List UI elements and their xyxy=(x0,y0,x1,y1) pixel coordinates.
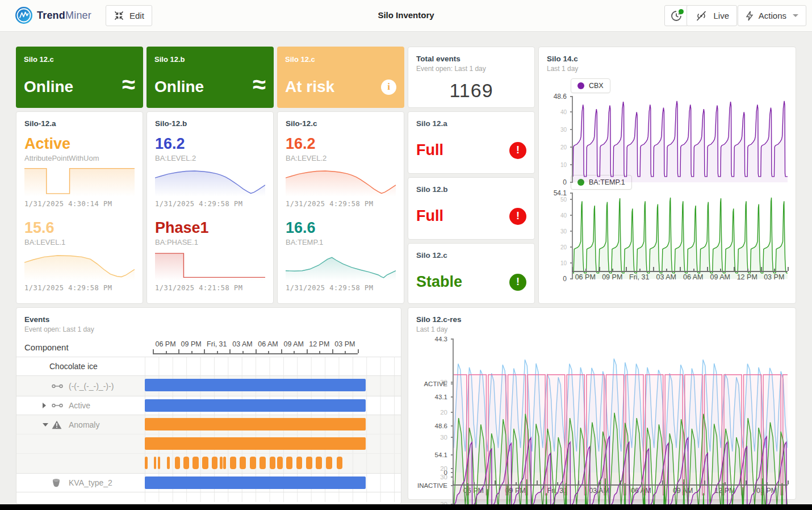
y-axis-tick xyxy=(570,199,573,200)
total-events-tile[interactable]: Total events Event open: Last 1 day 1169 xyxy=(408,47,535,108)
event-bar[interactable] xyxy=(306,457,312,469)
y-axis-label: 10 xyxy=(560,162,567,168)
event-bar[interactable] xyxy=(192,457,199,469)
event-bar[interactable] xyxy=(158,457,161,469)
event-bar[interactable] xyxy=(145,437,366,450)
metric-label: BA:LEVEL.2 xyxy=(286,154,396,162)
y-axis-label: 10 xyxy=(560,260,567,266)
silo12a-metrics-tile[interactable]: Silo-12.aActiveAttributePointWithUom1/31… xyxy=(16,111,143,304)
tile-subtitle: Last 1 day xyxy=(416,325,788,333)
event-row-timeline xyxy=(145,492,401,502)
silo12c-status-tile[interactable]: Silo 12.cStable! xyxy=(408,243,535,304)
event-row[interactable]: (-(-_(-_-)_-)-) xyxy=(16,375,401,396)
collapse-arrow-icon[interactable] xyxy=(43,423,48,427)
event-bar[interactable] xyxy=(316,457,322,469)
alert-icon: ! xyxy=(509,208,526,225)
event-lane xyxy=(145,415,366,434)
event-row[interactable] xyxy=(16,434,401,453)
event-row-timeline xyxy=(145,357,401,375)
status-tile-silo12c-atrisk[interactable]: Silo 12.cAt riski xyxy=(277,47,404,108)
event-row-timeline xyxy=(145,434,401,453)
event-row-label: Active xyxy=(16,396,145,415)
event-bar[interactable] xyxy=(154,457,157,469)
y-axis-tick xyxy=(570,231,573,232)
event-row[interactable]: KVA_type_2 xyxy=(16,473,401,492)
status-value: Full xyxy=(416,207,443,225)
actions-button[interactable]: Actions xyxy=(738,5,806,26)
event-bar[interactable] xyxy=(277,457,283,469)
event-row-timeline xyxy=(145,415,401,434)
events-tile[interactable]: Events Event open: Last 1 day Component … xyxy=(16,307,401,504)
live-button[interactable]: Live xyxy=(687,5,737,26)
event-bar[interactable] xyxy=(337,457,343,469)
event-row-label xyxy=(16,434,145,453)
y-axis-label: 43.1 xyxy=(435,394,447,400)
strip-row: 48.630200 xyxy=(416,426,788,450)
event-bar[interactable] xyxy=(296,457,302,469)
silo12c-metrics-tile[interactable]: Silo-12.c16.2BA:LEVEL.21/31/2025 4:29:58… xyxy=(277,111,404,304)
tile-title: Silo-12.c xyxy=(286,119,396,128)
metric-timestamp: 1/31/2025 4:29:58 PM xyxy=(286,200,396,208)
status-value: At risk xyxy=(285,78,334,96)
event-bar[interactable] xyxy=(270,457,275,469)
event-bar[interactable] xyxy=(212,457,218,469)
link-icon xyxy=(52,383,63,390)
metric-value: 16.2 xyxy=(286,135,396,152)
live-off-icon xyxy=(694,10,708,22)
event-bar[interactable] xyxy=(145,399,366,412)
metric-timestamp: 1/31/2025 4:29:58 PM xyxy=(24,284,135,292)
time-axis-ticks xyxy=(453,480,788,486)
silo12cres-chart-tile[interactable]: Silo 12.c-res Last 1 day 44.330200ACTIVE… xyxy=(408,307,796,500)
time-axis-ticks xyxy=(153,349,358,354)
event-bar[interactable] xyxy=(167,457,170,469)
event-row[interactable] xyxy=(16,453,401,473)
metric-block: 15.6BA:LEVEL.11/31/2025 4:29:58 PM xyxy=(24,219,135,292)
history-button[interactable] xyxy=(664,5,688,26)
edit-button[interactable]: Edit xyxy=(106,5,152,26)
event-bar[interactable] xyxy=(202,457,208,469)
event-bar[interactable] xyxy=(286,457,292,469)
event-row[interactable]: Active xyxy=(16,396,401,415)
event-bar[interactable] xyxy=(223,457,226,469)
y-axis-tick xyxy=(451,396,454,398)
status-tile-silo12c-online[interactable]: Silo 12.cOnline≈ xyxy=(16,47,143,108)
metric-label: BA:LEVEL.1 xyxy=(24,238,135,246)
y-axis-label: 40 xyxy=(560,212,567,219)
event-bar[interactable] xyxy=(259,457,266,469)
time-axis-label: 06 PM xyxy=(153,340,178,348)
event-row[interactable]: Anomaly xyxy=(16,415,401,434)
event-bar[interactable] xyxy=(230,457,236,469)
event-bar[interactable] xyxy=(145,476,366,489)
event-bar[interactable] xyxy=(175,457,181,469)
event-row-timeline xyxy=(145,474,401,492)
silo12b-metrics-tile[interactable]: Silo-12.b16.2BA:LEVEL.21/31/2025 4:29:58… xyxy=(147,111,274,304)
event-bar[interactable] xyxy=(183,457,189,469)
status-tile-row: Online≈ xyxy=(24,78,135,96)
event-bar[interactable] xyxy=(326,457,332,469)
silo14c-charts: CBX48.6403020100BA:TEMP.154.150403020100 xyxy=(547,73,788,266)
chevron-down-icon xyxy=(793,14,798,17)
event-row[interactable]: Chocolate ice xyxy=(16,357,401,375)
silo12a-status-tile[interactable]: Silo 12.aFull! xyxy=(408,111,535,174)
y-axis-tick xyxy=(570,262,573,264)
event-bar[interactable] xyxy=(145,379,366,391)
event-row[interactable] xyxy=(16,492,401,502)
event-row-timeline xyxy=(145,454,401,473)
events-rows: Chocolate ice(-(-_(-_-)_-)-)ActiveAnomal… xyxy=(16,357,401,502)
expand-arrow-icon[interactable] xyxy=(43,403,46,408)
tile-title: Silo 12.c-res xyxy=(416,315,788,324)
event-lane xyxy=(145,434,366,453)
status-value: Full xyxy=(416,141,443,159)
silo14c-chart-tile[interactable]: Silo 14.c Last 1 day CBX48.6403020100BA:… xyxy=(538,47,796,304)
legend-chip[interactable]: CBX xyxy=(571,78,610,93)
sparkline-chart xyxy=(155,250,265,281)
silo12b-status-tile[interactable]: Silo 12.bFull! xyxy=(408,177,535,240)
total-events-value: 1169 xyxy=(416,80,526,102)
status-tile-silo12b-online[interactable]: Silo 12.bOnline≈ xyxy=(147,47,274,108)
event-bar[interactable] xyxy=(250,457,256,469)
event-bar[interactable] xyxy=(145,418,366,430)
event-bar[interactable] xyxy=(240,457,246,469)
event-bar[interactable] xyxy=(220,457,223,469)
event-bar[interactable] xyxy=(145,457,148,469)
time-axis-label: 09 AM xyxy=(281,340,307,348)
